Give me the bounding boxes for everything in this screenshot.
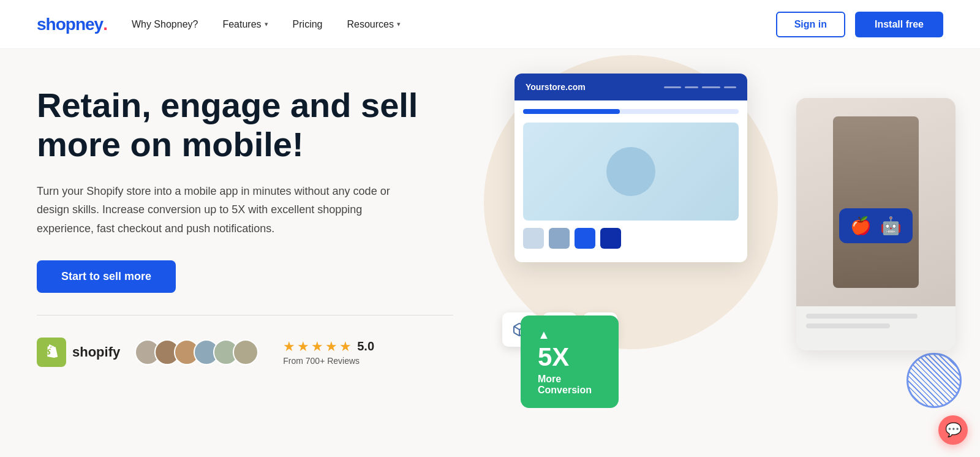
color-swatch[interactable] [575, 228, 595, 249]
app-mockup-card: Yourstore.com [514, 74, 747, 262]
star-icon: ★ [339, 339, 352, 355]
brand-name: shopney [37, 15, 103, 34]
nav-why[interactable]: Why Shopney? [132, 19, 198, 30]
avatar [233, 339, 258, 365]
rating-number: 5.0 [357, 339, 374, 353]
android-icon: 🤖 [880, 216, 902, 236]
hero-description: Turn your Shopify store into a mobile ap… [37, 182, 404, 238]
nav-left: shopney. Why Shopney? Features ▾ Pricing… [37, 15, 401, 34]
apple-icon: 🍎 [850, 216, 872, 236]
hero-title: Retain, engage and sell more on mobile! [37, 86, 453, 165]
features-chevron-icon: ▾ [265, 20, 268, 28]
nav-resources[interactable]: Resources ▾ [347, 19, 400, 30]
progress-fill [523, 109, 620, 114]
nav-pricing[interactable]: Pricing [293, 19, 323, 30]
star-icon: ★ [325, 339, 337, 355]
star-icon: ★ [297, 339, 309, 355]
star-icon: ★ [283, 339, 295, 355]
color-swatches [523, 228, 739, 249]
app-card-header: Yourstore.com [514, 74, 747, 100]
conversion-up-icon: ▲ [538, 328, 601, 342]
product-img-inner [606, 147, 655, 196]
fashion-details [796, 306, 956, 341]
header-line [664, 86, 681, 88]
app-store-badge[interactable]: 🍎 🤖 [839, 208, 913, 243]
brand-dot: . [103, 15, 107, 34]
product-image [523, 123, 739, 221]
brand-logo[interactable]: shopney. [37, 15, 107, 34]
hero-left: Retain, engage and sell more on mobile! … [37, 74, 453, 367]
fashion-figure [833, 116, 919, 288]
fashion-image [796, 98, 956, 306]
nav-features[interactable]: Features ▾ [222, 19, 268, 30]
navbar: shopney. Why Shopney? Features ▾ Pricing… [0, 0, 980, 49]
nav-right: Sign in Install free [776, 12, 943, 37]
avatar-stack [135, 339, 258, 365]
color-swatch[interactable] [549, 228, 570, 249]
header-line [702, 86, 720, 88]
shopify-icon [37, 338, 66, 367]
decorative-stripe-circle [907, 353, 962, 408]
hero-illustration: Yourstore.com [453, 74, 943, 457]
conversion-card: ▲ 5X MoreConversion [521, 315, 619, 408]
conversion-number: 5X [538, 344, 601, 370]
install-button[interactable]: Install free [855, 12, 943, 37]
signin-button[interactable]: Sign in [776, 12, 845, 37]
divider [37, 315, 453, 315]
progress-bar [523, 109, 739, 114]
resources-chevron-icon: ▾ [397, 20, 401, 28]
color-swatch[interactable] [523, 228, 544, 249]
chat-widget-button[interactable]: 💬 [938, 415, 968, 445]
shopify-label: shopify [72, 344, 120, 360]
star-icon: ★ [311, 339, 323, 355]
shopify-badge: shopify [37, 338, 120, 367]
store-url: Yourstore.com [526, 82, 586, 92]
reviews: ★ ★ ★ ★ ★ 5.0 From 700+ Reviews [283, 339, 374, 366]
main-content: Retain, engage and sell more on mobile! … [0, 49, 980, 457]
header-line [724, 86, 736, 88]
header-line [685, 86, 698, 88]
app-card-body [514, 100, 747, 262]
chat-icon: 💬 [945, 422, 962, 438]
fashion-line [806, 323, 890, 328]
social-proof: shopify ★ ★ ★ ★ ★ 5.0 From 700+ [37, 338, 453, 367]
fashion-line [806, 314, 918, 319]
color-swatch[interactable] [600, 228, 621, 249]
review-count: From 700+ Reviews [283, 356, 374, 366]
cta-button[interactable]: Start to sell more [37, 260, 176, 293]
conversion-label: MoreConversion [538, 374, 601, 396]
star-rating: ★ ★ ★ ★ ★ 5.0 [283, 339, 374, 355]
header-lines [664, 86, 736, 88]
